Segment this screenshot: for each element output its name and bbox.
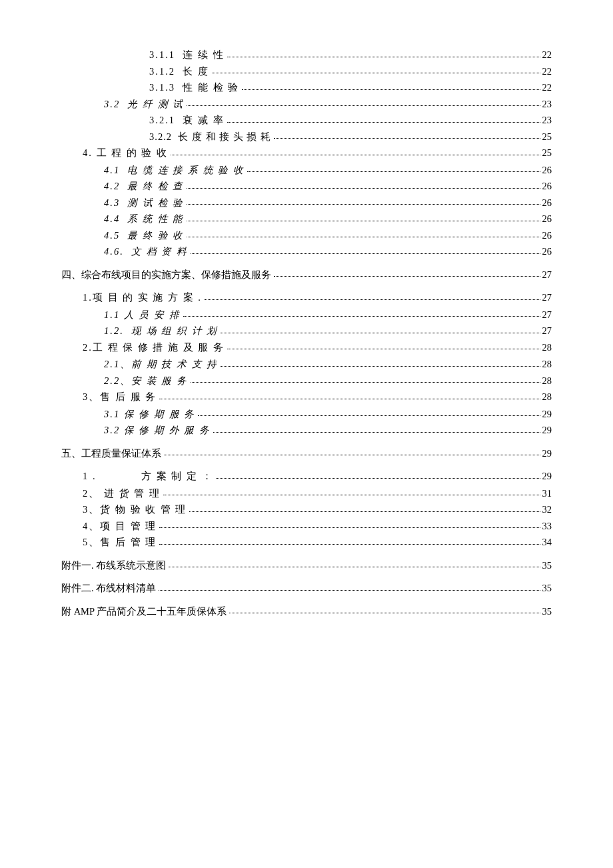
- toc-leader-dots: [191, 377, 540, 383]
- toc-entry: 附件一. 布线系统示意图35: [61, 561, 552, 571]
- toc-entry: 3.1.1 连 续 性22: [61, 50, 552, 60]
- toc-entry: 1.项 目 的 实 施 方 案 .27: [61, 293, 552, 303]
- toc-entry-page: 35: [542, 607, 552, 617]
- toc-entry: 四、综合布线项目的实施方案、保修措施及服务27: [61, 270, 552, 280]
- toc-leader-dots: [183, 311, 540, 317]
- toc-entry-page: 29: [542, 409, 552, 419]
- toc-entry-label: 1 . 方 案 制 定 ：: [83, 471, 213, 481]
- toc-entry-page: 26: [542, 198, 552, 208]
- toc-entry: 2.1、前 期 技 术 支 持28: [61, 359, 552, 369]
- toc-entry-label: 3.2 光 纤 测 试: [104, 99, 184, 109]
- toc-entry-label: 2.1、前 期 技 术 支 持: [104, 359, 218, 369]
- toc-entry: 4.3 测 试 检 验26: [61, 198, 552, 208]
- toc-entry: 4.2 最 终 检 查26: [61, 181, 552, 191]
- toc-entry-page: 22: [542, 83, 552, 93]
- toc-entry-label: 4. 工 程 的 验 收: [83, 148, 168, 158]
- toc-entry-page: 32: [542, 505, 552, 515]
- toc-entry-page: 28: [542, 392, 552, 402]
- toc-entry-label: 附件二. 布线材料清单: [61, 583, 156, 593]
- toc-entry: 3.2 保 修 期 外 服 务29: [61, 425, 552, 435]
- document-page: 3.1.1 连 续 性223.1.2 长 度223.1.3 性 能 检 验223…: [0, 0, 613, 868]
- toc-leader-dots: [191, 248, 540, 254]
- toc-leader-dots: [247, 166, 540, 172]
- toc-entry: 3、货 物 验 收 管 理32: [61, 505, 552, 515]
- toc-entry-label: 4.6. 文 档 资 料: [104, 247, 188, 257]
- toc-entry-label: 2.2、安 装 服 务: [104, 376, 188, 386]
- toc-entry: 4.6. 文 档 资 料26: [61, 247, 552, 257]
- toc-entry: 五、工程质量保证体系29: [61, 449, 552, 459]
- toc-entry: 附件二. 布线材料清单35: [61, 583, 552, 593]
- toc-leader-dots: [159, 585, 540, 591]
- toc-entry-label: 4.4 系 统 性 能: [104, 214, 184, 224]
- toc-entry: 4、项 目 管 理33: [61, 521, 552, 531]
- toc-entry-page: 22: [542, 50, 552, 60]
- toc-entry-label: 3.1 保 修 期 服 务: [104, 409, 195, 419]
- toc-entry-page: 35: [542, 561, 552, 571]
- toc-entry: 3.2 光 纤 测 试23: [61, 99, 552, 109]
- toc-leader-dots: [274, 271, 540, 277]
- toc-entry-label: 附件一. 布线系统示意图: [61, 561, 166, 571]
- toc-entry-page: 25: [542, 148, 552, 158]
- toc-entry: 2.工 程 保 修 措 施 及 服 务28: [61, 343, 552, 353]
- toc-leader-dots: [221, 361, 540, 367]
- toc-leader-dots: [171, 149, 540, 155]
- toc-entry-label: 3.1.1 连 续 性: [149, 50, 225, 60]
- toc-entry-page: 29: [542, 425, 552, 435]
- toc-leader-dots: [213, 427, 540, 433]
- toc-entry-page: 26: [542, 247, 552, 257]
- toc-leader-dots: [159, 393, 540, 399]
- toc-leader-dots: [187, 199, 540, 205]
- toc-leader-dots: [159, 522, 540, 528]
- toc-entry: 4.5 最 终 验 收26: [61, 231, 552, 241]
- toc-entry-page: 27: [542, 326, 552, 336]
- toc-entry-page: 26: [542, 181, 552, 191]
- table-of-contents: 3.1.1 连 续 性223.1.2 长 度223.1.3 性 能 检 验223…: [61, 50, 552, 616]
- toc-leader-dots: [212, 67, 540, 73]
- toc-entry-label: 4.5 最 终 验 收: [104, 231, 184, 241]
- toc-leader-dots: [198, 410, 540, 416]
- toc-entry-label: 3、货 物 验 收 管 理: [83, 505, 187, 515]
- toc-entry-label: 4.3 测 试 检 验: [104, 198, 184, 208]
- toc-entry: 3.1.2 长 度22: [61, 67, 552, 77]
- toc-entry-page: 22: [542, 67, 552, 77]
- toc-entry: 4.4 系 统 性 能26: [61, 214, 552, 224]
- toc-entry-page: 34: [542, 537, 552, 547]
- toc-entry-label: 附 AMP 产品简介及二十五年质保体系: [61, 607, 227, 617]
- toc-leader-dots: [187, 231, 540, 237]
- toc-entry-label: 5、售 后 管 理: [83, 537, 157, 547]
- toc-entry-page: 23: [542, 115, 552, 125]
- toc-entry: 3.2.2 长 度 和 接 头 损 耗25: [61, 132, 552, 142]
- toc-leader-dots: [187, 215, 540, 221]
- toc-entry-page: 26: [542, 165, 552, 175]
- toc-leader-dots: [229, 607, 540, 613]
- toc-entry-page: 35: [542, 583, 552, 593]
- toc-leader-dots: [187, 183, 540, 189]
- toc-entry: 4. 工 程 的 验 收25: [61, 148, 552, 158]
- toc-entry-page: 27: [542, 293, 552, 303]
- toc-entry-label: 2、 进 货 管 理: [83, 489, 161, 499]
- toc-entry-page: 29: [542, 449, 552, 459]
- toc-leader-dots: [159, 539, 540, 545]
- toc-leader-dots: [164, 449, 540, 455]
- toc-entry-label: 2.工 程 保 修 措 施 及 服 务: [83, 343, 225, 353]
- toc-entry-page: 26: [542, 231, 552, 241]
- toc-leader-dots: [169, 561, 540, 567]
- toc-entry-label: 4.2 最 终 检 查: [104, 181, 184, 191]
- toc-entry-page: 29: [542, 471, 552, 481]
- toc-entry: 4.1 电 缆 连 接 系 统 验 收26: [61, 165, 552, 175]
- toc-entry: 3.2.1 衰 减 率23: [61, 115, 552, 125]
- toc-entry-label: 四、综合布线项目的实施方案、保修措施及服务: [61, 270, 271, 280]
- toc-leader-dots: [187, 100, 540, 106]
- toc-entry: 1.1 人 员 安 排27: [61, 310, 552, 320]
- toc-leader-dots: [227, 117, 540, 123]
- toc-leader-dots: [189, 506, 540, 512]
- toc-entry: 2、 进 货 管 理31: [61, 489, 552, 499]
- toc-leader-dots: [227, 51, 540, 57]
- toc-leader-dots: [221, 327, 540, 333]
- toc-leader-dots: [163, 489, 540, 495]
- toc-leader-dots: [227, 343, 540, 349]
- toc-entry-page: 31: [542, 489, 552, 499]
- toc-entry: 5、售 后 管 理34: [61, 537, 552, 547]
- toc-entry-label: 3.1.2 长 度: [149, 67, 209, 77]
- toc-entry-page: 33: [542, 521, 552, 531]
